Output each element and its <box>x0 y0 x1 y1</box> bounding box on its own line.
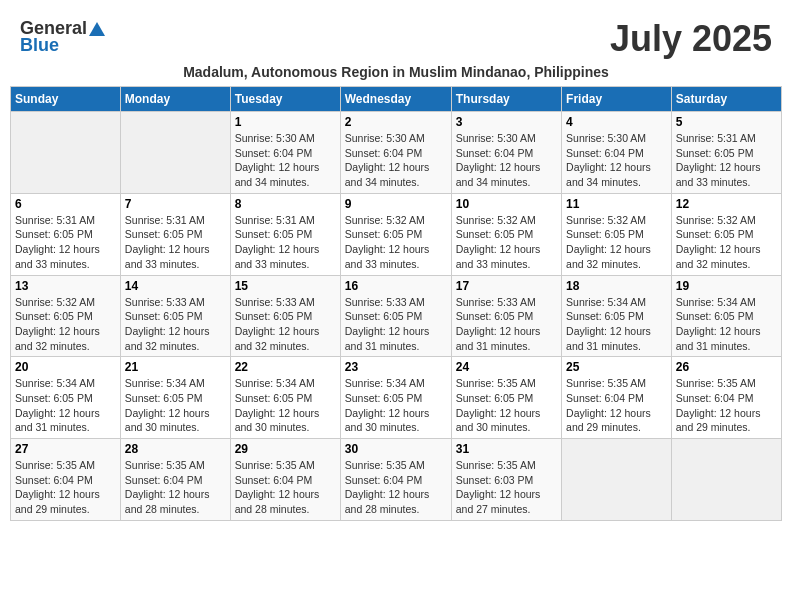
day-number: 14 <box>125 279 226 293</box>
calendar-cell: 14Sunrise: 5:33 AM Sunset: 6:05 PM Dayli… <box>120 275 230 357</box>
day-info: Sunrise: 5:31 AM Sunset: 6:05 PM Dayligh… <box>235 213 336 272</box>
calendar-cell: 24Sunrise: 5:35 AM Sunset: 6:05 PM Dayli… <box>451 357 561 439</box>
day-number: 12 <box>676 197 777 211</box>
day-info: Sunrise: 5:34 AM Sunset: 6:05 PM Dayligh… <box>15 376 116 435</box>
calendar-week-row: 13Sunrise: 5:32 AM Sunset: 6:05 PM Dayli… <box>11 275 782 357</box>
calendar-cell: 1Sunrise: 5:30 AM Sunset: 6:04 PM Daylig… <box>230 112 340 194</box>
day-info: Sunrise: 5:35 AM Sunset: 6:03 PM Dayligh… <box>456 458 557 517</box>
day-info: Sunrise: 5:35 AM Sunset: 6:04 PM Dayligh… <box>345 458 447 517</box>
day-number: 1 <box>235 115 336 129</box>
calendar-cell: 8Sunrise: 5:31 AM Sunset: 6:05 PM Daylig… <box>230 193 340 275</box>
day-number: 20 <box>15 360 116 374</box>
day-number: 23 <box>345 360 447 374</box>
logo-blue: Blue <box>20 35 59 56</box>
day-number: 27 <box>15 442 116 456</box>
calendar-cell: 5Sunrise: 5:31 AM Sunset: 6:05 PM Daylig… <box>671 112 781 194</box>
weekday-header-tuesday: Tuesday <box>230 87 340 112</box>
calendar-cell: 17Sunrise: 5:33 AM Sunset: 6:05 PM Dayli… <box>451 275 561 357</box>
day-number: 28 <box>125 442 226 456</box>
calendar-cell: 28Sunrise: 5:35 AM Sunset: 6:04 PM Dayli… <box>120 439 230 521</box>
calendar-cell: 21Sunrise: 5:34 AM Sunset: 6:05 PM Dayli… <box>120 357 230 439</box>
day-number: 31 <box>456 442 557 456</box>
weekday-header-monday: Monday <box>120 87 230 112</box>
calendar-cell: 6Sunrise: 5:31 AM Sunset: 6:05 PM Daylig… <box>11 193 121 275</box>
day-number: 5 <box>676 115 777 129</box>
calendar-cell: 11Sunrise: 5:32 AM Sunset: 6:05 PM Dayli… <box>562 193 672 275</box>
page-subtitle: Madalum, Autonomous Region in Muslim Min… <box>10 64 782 80</box>
weekday-header-wednesday: Wednesday <box>340 87 451 112</box>
calendar-cell: 31Sunrise: 5:35 AM Sunset: 6:03 PM Dayli… <box>451 439 561 521</box>
day-info: Sunrise: 5:35 AM Sunset: 6:04 PM Dayligh… <box>676 376 777 435</box>
weekday-header-sunday: Sunday <box>11 87 121 112</box>
calendar-cell: 29Sunrise: 5:35 AM Sunset: 6:04 PM Dayli… <box>230 439 340 521</box>
calendar-week-row: 20Sunrise: 5:34 AM Sunset: 6:05 PM Dayli… <box>11 357 782 439</box>
calendar-cell: 23Sunrise: 5:34 AM Sunset: 6:05 PM Dayli… <box>340 357 451 439</box>
calendar-cell: 20Sunrise: 5:34 AM Sunset: 6:05 PM Dayli… <box>11 357 121 439</box>
day-info: Sunrise: 5:33 AM Sunset: 6:05 PM Dayligh… <box>125 295 226 354</box>
day-number: 2 <box>345 115 447 129</box>
day-number: 11 <box>566 197 667 211</box>
calendar-cell: 25Sunrise: 5:35 AM Sunset: 6:04 PM Dayli… <box>562 357 672 439</box>
day-number: 8 <box>235 197 336 211</box>
day-number: 9 <box>345 197 447 211</box>
calendar-cell: 3Sunrise: 5:30 AM Sunset: 6:04 PM Daylig… <box>451 112 561 194</box>
calendar-cell: 2Sunrise: 5:30 AM Sunset: 6:04 PM Daylig… <box>340 112 451 194</box>
day-info: Sunrise: 5:32 AM Sunset: 6:05 PM Dayligh… <box>15 295 116 354</box>
calendar-cell: 16Sunrise: 5:33 AM Sunset: 6:05 PM Dayli… <box>340 275 451 357</box>
day-number: 16 <box>345 279 447 293</box>
calendar-cell: 19Sunrise: 5:34 AM Sunset: 6:05 PM Dayli… <box>671 275 781 357</box>
calendar-cell: 27Sunrise: 5:35 AM Sunset: 6:04 PM Dayli… <box>11 439 121 521</box>
day-info: Sunrise: 5:33 AM Sunset: 6:05 PM Dayligh… <box>456 295 557 354</box>
day-number: 19 <box>676 279 777 293</box>
calendar-cell <box>120 112 230 194</box>
day-number: 17 <box>456 279 557 293</box>
calendar-table: SundayMondayTuesdayWednesdayThursdayFrid… <box>10 86 782 521</box>
weekday-header-thursday: Thursday <box>451 87 561 112</box>
day-info: Sunrise: 5:34 AM Sunset: 6:05 PM Dayligh… <box>566 295 667 354</box>
calendar-cell <box>562 439 672 521</box>
day-number: 29 <box>235 442 336 456</box>
day-number: 13 <box>15 279 116 293</box>
day-info: Sunrise: 5:30 AM Sunset: 6:04 PM Dayligh… <box>235 131 336 190</box>
day-number: 7 <box>125 197 226 211</box>
svg-marker-0 <box>89 22 105 36</box>
day-info: Sunrise: 5:30 AM Sunset: 6:04 PM Dayligh… <box>456 131 557 190</box>
day-info: Sunrise: 5:31 AM Sunset: 6:05 PM Dayligh… <box>125 213 226 272</box>
day-number: 25 <box>566 360 667 374</box>
day-number: 10 <box>456 197 557 211</box>
calendar-cell: 15Sunrise: 5:33 AM Sunset: 6:05 PM Dayli… <box>230 275 340 357</box>
calendar-cell: 7Sunrise: 5:31 AM Sunset: 6:05 PM Daylig… <box>120 193 230 275</box>
weekday-header-friday: Friday <box>562 87 672 112</box>
calendar-cell <box>11 112 121 194</box>
logo: General Blue <box>20 18 107 56</box>
day-info: Sunrise: 5:33 AM Sunset: 6:05 PM Dayligh… <box>235 295 336 354</box>
day-info: Sunrise: 5:34 AM Sunset: 6:05 PM Dayligh… <box>235 376 336 435</box>
calendar-cell <box>671 439 781 521</box>
calendar-cell: 18Sunrise: 5:34 AM Sunset: 6:05 PM Dayli… <box>562 275 672 357</box>
day-number: 26 <box>676 360 777 374</box>
calendar-cell: 4Sunrise: 5:30 AM Sunset: 6:04 PM Daylig… <box>562 112 672 194</box>
calendar-cell: 26Sunrise: 5:35 AM Sunset: 6:04 PM Dayli… <box>671 357 781 439</box>
day-number: 24 <box>456 360 557 374</box>
day-info: Sunrise: 5:32 AM Sunset: 6:05 PM Dayligh… <box>566 213 667 272</box>
day-number: 6 <box>15 197 116 211</box>
day-number: 15 <box>235 279 336 293</box>
logo-triangle-icon <box>88 20 106 38</box>
day-number: 18 <box>566 279 667 293</box>
calendar-cell: 13Sunrise: 5:32 AM Sunset: 6:05 PM Dayli… <box>11 275 121 357</box>
day-number: 4 <box>566 115 667 129</box>
day-info: Sunrise: 5:32 AM Sunset: 6:05 PM Dayligh… <box>345 213 447 272</box>
day-info: Sunrise: 5:35 AM Sunset: 6:04 PM Dayligh… <box>566 376 667 435</box>
calendar-week-row: 27Sunrise: 5:35 AM Sunset: 6:04 PM Dayli… <box>11 439 782 521</box>
calendar-cell: 10Sunrise: 5:32 AM Sunset: 6:05 PM Dayli… <box>451 193 561 275</box>
day-number: 21 <box>125 360 226 374</box>
calendar-cell: 9Sunrise: 5:32 AM Sunset: 6:05 PM Daylig… <box>340 193 451 275</box>
calendar-cell: 30Sunrise: 5:35 AM Sunset: 6:04 PM Dayli… <box>340 439 451 521</box>
day-number: 3 <box>456 115 557 129</box>
day-info: Sunrise: 5:34 AM Sunset: 6:05 PM Dayligh… <box>676 295 777 354</box>
day-info: Sunrise: 5:30 AM Sunset: 6:04 PM Dayligh… <box>345 131 447 190</box>
day-number: 30 <box>345 442 447 456</box>
calendar-header-row: SundayMondayTuesdayWednesdayThursdayFrid… <box>11 87 782 112</box>
day-info: Sunrise: 5:35 AM Sunset: 6:05 PM Dayligh… <box>456 376 557 435</box>
day-info: Sunrise: 5:35 AM Sunset: 6:04 PM Dayligh… <box>235 458 336 517</box>
